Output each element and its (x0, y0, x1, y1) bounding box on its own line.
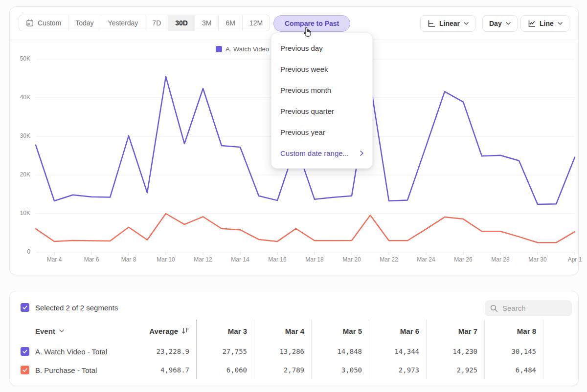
menu-item-previous-day[interactable]: Previous day (271, 38, 372, 59)
search-input[interactable] (502, 304, 566, 312)
x-axis-tick-label: Mar 8 (113, 256, 144, 263)
date-column-header[interactable]: Mar 5 (311, 320, 369, 342)
value-cell: 6,484 (484, 361, 543, 379)
y-axis-tick-label: 30K (10, 132, 30, 139)
date-column-header[interactable]: Mar 4 (254, 320, 311, 342)
cell-value: 6,060 (226, 366, 247, 374)
x-axis-tick-label: Mar 20 (337, 256, 367, 263)
x-axis-tick-label: Mar 22 (374, 256, 404, 263)
value-cell: 14,344 (369, 342, 426, 361)
x-axis-tick-label: Mar 18 (299, 256, 330, 263)
value-cell: 14,230 (426, 342, 484, 361)
checkmark-icon (22, 305, 28, 310)
segment-row-label: B. Purchase - Total (10, 361, 138, 379)
date-range-7d[interactable]: 7D (145, 15, 168, 31)
hand-cursor-icon (301, 26, 314, 39)
average-column-header[interactable]: Average (138, 320, 196, 342)
x-axis-tick-label: Mar 14 (225, 256, 255, 263)
date-column-header[interactable]: Mar 6 (369, 320, 426, 342)
segments-table: EventAverageMar 3Mar 4Mar 5Mar 6Mar 7Mar… (10, 320, 587, 379)
value-cell: 2,925 (426, 361, 484, 379)
date-header-label: Mar 5 (343, 327, 362, 335)
chart-type-dropdown-button[interactable]: Line (520, 15, 569, 32)
search-box (485, 300, 572, 316)
value-cell: 2,789 (254, 361, 311, 379)
selected-segments-row: Selected 2 of 2 segments (21, 303, 118, 312)
analytics-dashboard: { "toolbar": { "date_ranges": [ {"label"… (0, 0, 587, 392)
date-range-yesterday[interactable]: Yesterday (101, 15, 145, 31)
cell-value: 3,050 (341, 366, 362, 374)
value-cell: 13,286 (254, 342, 311, 361)
line-chart-icon (527, 20, 536, 27)
chevron-down-icon (464, 22, 469, 25)
event-column-header[interactable]: Event (10, 320, 138, 342)
calendar-icon (26, 19, 34, 27)
segment-name: B. Purchase - Total (35, 366, 97, 374)
cell-value: 27,755 (222, 348, 247, 355)
date-range-3m[interactable]: 3M (195, 15, 218, 31)
date-range-custom[interactable]: Custom (19, 15, 68, 31)
interval-dropdown-button[interactable]: Day (482, 15, 518, 32)
sort-descending-icon (181, 327, 189, 334)
chevron-down-icon (506, 22, 511, 25)
chart-type-dropdown-label: Line (540, 20, 554, 27)
x-axis-tick-label: Mar 24 (411, 256, 441, 263)
value-cell: 2,973 (369, 361, 426, 379)
date-range-label: Yesterday (108, 19, 138, 27)
date-range-6m[interactable]: 6M (218, 15, 242, 31)
segment-checkbox[interactable] (21, 366, 29, 374)
date-range-today[interactable]: Today (68, 15, 100, 31)
date-range-label: Custom (38, 19, 61, 27)
series-line-b-purchase-total[interactable] (36, 214, 575, 242)
value-cell: 14,848 (311, 342, 369, 361)
average-value-cell: 4,968.7 (138, 361, 196, 379)
x-axis-tick-label: Mar 4 (39, 256, 69, 263)
value-cell-truncated: 3, (543, 361, 587, 379)
x-axis-tick-label: Mar 16 (262, 256, 293, 263)
date-header-label: Mar 8 (517, 327, 536, 335)
menu-item-previous-week[interactable]: Previous week (271, 59, 372, 80)
checkmark-icon (22, 367, 28, 373)
date-range-segmented-control: CustomTodayYesterday7D30D3M6M12M (19, 15, 270, 31)
menu-item-previous-quarter[interactable]: Previous quarter (271, 101, 372, 122)
y-axis-tick-label: 10K (10, 210, 30, 217)
date-column-header[interactable]: Mar 7 (426, 320, 484, 342)
compare-to-past-menu: Previous dayPrevious weekPrevious monthP… (271, 33, 373, 169)
x-axis-tick-label: Mar 30 (522, 256, 553, 263)
date-column-header[interactable]: Mar 3 (196, 320, 254, 342)
x-axis-tick-label: Mar 28 (485, 256, 516, 263)
scale-dropdown-button[interactable]: Linear (420, 15, 475, 32)
chart-card: CustomTodayYesterday7D30D3M6M12M Compare… (9, 6, 579, 275)
segment-checkbox[interactable] (21, 347, 29, 356)
x-axis-tick-label: Mar 12 (188, 256, 218, 263)
menu-item-previous-year[interactable]: Previous year (271, 122, 372, 143)
custom-date-range-label: Custom date range... (280, 149, 349, 157)
date-range-label: 3M (202, 19, 211, 27)
date-column-header[interactable]: Mar 8 (484, 320, 543, 342)
cell-value: 2,973 (399, 366, 419, 374)
cell-value: 2,789 (284, 366, 304, 374)
menu-item-custom-date-range[interactable]: Custom date range... (271, 143, 372, 164)
date-range-label: 6M (226, 19, 235, 27)
date-range-30d[interactable]: 30D (168, 15, 195, 31)
segment-row-label: A. Watch Video - Total (10, 342, 138, 361)
date-range-label: 30D (175, 19, 188, 27)
cell-value: 14,230 (452, 348, 477, 355)
date-header-label: Mar 6 (400, 327, 419, 335)
segments-panel: Selected 2 of 2 segments EventAverageMar… (9, 291, 579, 386)
interval-dropdown-label: Day (489, 20, 502, 27)
cell-value: 14,848 (337, 348, 362, 355)
date-range-12m[interactable]: 12M (242, 15, 270, 31)
select-all-checkbox[interactable] (21, 303, 29, 312)
cell-value: 6,484 (516, 366, 536, 374)
value-cell: 6,060 (196, 361, 254, 379)
date-range-label: 12M (249, 19, 263, 27)
average-value: 4,968.7 (160, 366, 189, 374)
y-axis-tick-label: 20K (10, 171, 30, 178)
date-header-label: Mar 7 (458, 327, 477, 335)
value-cell-truncated: 15, (543, 342, 587, 361)
x-axis-tick-label: Mar 26 (448, 256, 478, 263)
selected-segments-label: Selected 2 of 2 segments (35, 304, 118, 312)
menu-item-previous-month[interactable]: Previous month (271, 80, 372, 101)
value-cell: 30,145 (484, 342, 543, 361)
